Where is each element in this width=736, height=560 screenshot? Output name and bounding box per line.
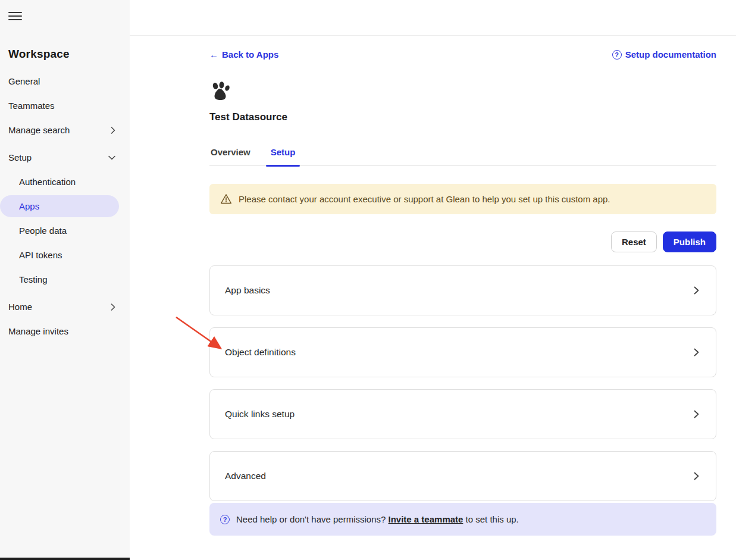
help-note-text: Need help or don't have permissions? Inv…: [236, 514, 519, 524]
sidebar-item-apps[interactable]: Apps: [0, 195, 119, 217]
main-content: ← Back to Apps ? Setup documentation Tes…: [130, 0, 736, 560]
sidebar: Workspace General Teammates Manage searc…: [0, 0, 130, 560]
warning-triangle-icon: [220, 193, 232, 205]
question-circle-icon: ?: [220, 515, 230, 524]
page-title: Test Datasource: [209, 111, 716, 123]
sidebar-item-testing[interactable]: Testing: [0, 267, 124, 292]
sidebar-item-api-tokens[interactable]: API tokens: [0, 243, 124, 267]
invite-teammate-link[interactable]: Invite a teammate: [389, 514, 463, 524]
top-divider: [130, 0, 736, 36]
app-header: Test Datasource: [209, 82, 716, 123]
paw-icon: [209, 82, 231, 102]
page-header-row: ← Back to Apps ? Setup documentation: [209, 49, 716, 60]
sidebar-item-home[interactable]: Home: [0, 295, 124, 319]
sidebar-item-people-data[interactable]: People data: [0, 218, 124, 243]
chevron-right-icon: [694, 410, 699, 418]
chevron-right-icon: [694, 286, 699, 295]
chevron-right-icon: [694, 348, 699, 356]
section-app-basics[interactable]: App basics: [209, 265, 716, 315]
warning-banner: Please contact your account executive or…: [209, 184, 716, 214]
sidebar-item-manage-search[interactable]: Manage search: [0, 118, 124, 142]
tab-setup[interactable]: Setup: [270, 147, 297, 165]
tab-bar: Overview Setup: [209, 147, 716, 166]
sidebar-item-setup[interactable]: Setup: [0, 145, 124, 170]
help-note: ? Need help or don't have permissions? I…: [209, 503, 716, 536]
chevron-right-icon: [694, 472, 699, 480]
back-to-apps-link[interactable]: ← Back to Apps: [209, 49, 278, 60]
tab-overview[interactable]: Overview: [209, 147, 252, 165]
sidebar-item-manage-invites[interactable]: Manage invites: [0, 319, 124, 343]
question-circle-icon: ?: [612, 50, 622, 60]
section-quick-links-setup[interactable]: Quick links setup: [209, 389, 716, 439]
chevron-down-icon: [108, 155, 115, 160]
sidebar-title: Workspace: [8, 48, 130, 61]
warning-banner-text: Please contact your account executive or…: [239, 194, 610, 204]
sidebar-item-authentication[interactable]: Authentication: [0, 170, 124, 194]
sidebar-item-general[interactable]: General: [0, 69, 124, 93]
hamburger-menu-icon[interactable]: [8, 12, 22, 20]
publish-button[interactable]: Publish: [663, 231, 716, 252]
sidebar-item-teammates[interactable]: Teammates: [0, 93, 124, 118]
sidebar-bottom-edge: [0, 558, 130, 560]
section-object-definitions[interactable]: Object definitions: [209, 327, 716, 377]
chevron-right-icon: [111, 304, 115, 311]
reset-button[interactable]: Reset: [611, 231, 657, 252]
back-arrow-icon: ←: [209, 49, 218, 60]
app-window: Workspace General Teammates Manage searc…: [0, 0, 736, 560]
action-button-row: Reset Publish: [209, 231, 716, 252]
section-advanced[interactable]: Advanced: [209, 451, 716, 501]
chevron-right-icon: [111, 127, 115, 134]
setup-documentation-link[interactable]: ? Setup documentation: [612, 49, 716, 60]
setup-sections: App basics Object definitions Quick link…: [209, 265, 716, 501]
